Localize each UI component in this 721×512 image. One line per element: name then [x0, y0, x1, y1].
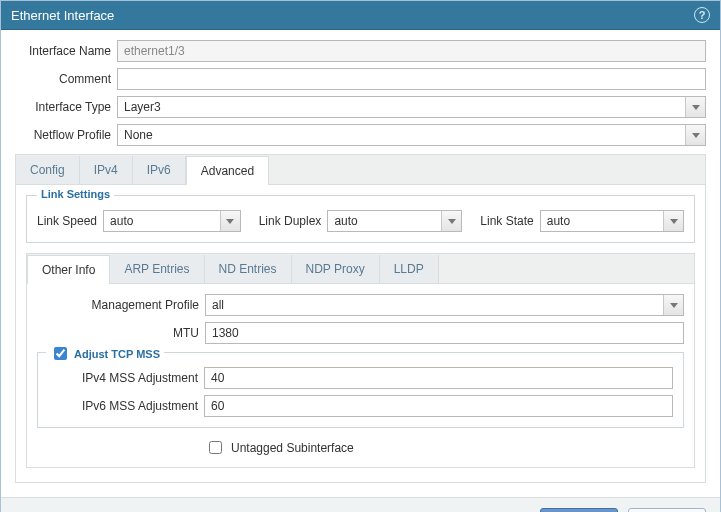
- dialog-footer: OK Cancel: [1, 497, 720, 512]
- tab-ipv4[interactable]: IPv4: [80, 156, 133, 184]
- netflow-profile-value: None: [118, 128, 685, 142]
- cancel-button[interactable]: Cancel: [628, 508, 706, 512]
- mtu-label: MTU: [37, 326, 205, 340]
- comment-input[interactable]: [117, 68, 706, 90]
- link-state-label: Link State: [480, 214, 533, 228]
- interface-name-field: ethernet1/3: [117, 40, 706, 62]
- tab-other-info[interactable]: Other Info: [27, 255, 110, 284]
- ok-button[interactable]: OK: [540, 508, 618, 512]
- tab-config[interactable]: Config: [16, 156, 80, 184]
- link-duplex-value: auto: [328, 214, 441, 228]
- adjust-tcp-mss-group: Adjust TCP MSS IPv4 MSS Adjustment IPv6 …: [37, 352, 684, 428]
- mtu-input[interactable]: [205, 322, 684, 344]
- ipv6-mss-label: IPv6 MSS Adjustment: [48, 399, 204, 413]
- ipv4-mss-label: IPv4 MSS Adjustment: [48, 371, 204, 385]
- dialog-title: Ethernet Interface: [11, 8, 114, 23]
- inner-tabs: Other Info ARP Entries ND Entries NDP Pr…: [26, 253, 695, 283]
- chevron-down-icon[interactable]: [685, 97, 705, 117]
- chevron-down-icon[interactable]: [685, 125, 705, 145]
- interface-type-label: Interface Type: [15, 100, 117, 114]
- tab-ndp-proxy[interactable]: NDP Proxy: [292, 255, 380, 283]
- interface-name-value: ethernet1/3: [124, 44, 185, 58]
- link-speed-label: Link Speed: [37, 214, 97, 228]
- netflow-profile-label: Netflow Profile: [15, 128, 117, 142]
- dialog-body: Interface Name ethernet1/3 Comment Inter…: [1, 30, 720, 497]
- chevron-down-icon[interactable]: [441, 211, 461, 231]
- link-duplex-label: Link Duplex: [259, 214, 322, 228]
- chevron-down-icon[interactable]: [663, 211, 683, 231]
- advanced-panel: Link Settings Link Speed auto Link Duple…: [15, 184, 706, 483]
- mgmt-profile-select[interactable]: all: [205, 294, 684, 316]
- chevron-down-icon[interactable]: [663, 295, 683, 315]
- tab-arp-entries[interactable]: ARP Entries: [110, 255, 204, 283]
- link-state-value: auto: [541, 214, 663, 228]
- link-settings-legend: Link Settings: [37, 188, 114, 200]
- tab-nd-entries[interactable]: ND Entries: [205, 255, 292, 283]
- chevron-down-icon[interactable]: [220, 211, 240, 231]
- ipv6-mss-input[interactable]: [204, 395, 673, 417]
- ethernet-interface-dialog: Ethernet Interface ? Interface Name ethe…: [0, 0, 721, 512]
- ipv4-mss-input[interactable]: [204, 367, 673, 389]
- tab-ipv6[interactable]: IPv6: [133, 156, 186, 184]
- untagged-subinterface-label: Untagged Subinterface: [231, 441, 354, 455]
- link-speed-value: auto: [104, 214, 220, 228]
- link-settings-group: Link Settings Link Speed auto Link Duple…: [26, 195, 695, 243]
- mgmt-profile-value: all: [206, 298, 663, 312]
- adjust-tcp-mss-checkbox[interactable]: [54, 347, 67, 360]
- adjust-tcp-mss-label: Adjust TCP MSS: [74, 348, 160, 360]
- link-state-select[interactable]: auto: [540, 210, 684, 232]
- other-info-panel: Management Profile all MTU: [26, 283, 695, 468]
- link-speed-select[interactable]: auto: [103, 210, 241, 232]
- interface-type-select[interactable]: Layer3: [117, 96, 706, 118]
- outer-tabs: Config IPv4 IPv6 Advanced: [15, 154, 706, 184]
- untagged-subinterface-checkbox[interactable]: [209, 441, 222, 454]
- tab-lldp[interactable]: LLDP: [380, 255, 439, 283]
- link-duplex-select[interactable]: auto: [327, 210, 462, 232]
- titlebar: Ethernet Interface ?: [1, 1, 720, 30]
- interface-name-label: Interface Name: [15, 44, 117, 58]
- interface-type-value: Layer3: [118, 100, 685, 114]
- tab-advanced[interactable]: Advanced: [186, 156, 269, 185]
- netflow-profile-select[interactable]: None: [117, 124, 706, 146]
- help-icon[interactable]: ?: [694, 7, 710, 23]
- comment-label: Comment: [15, 72, 117, 86]
- mgmt-profile-label: Management Profile: [37, 298, 205, 312]
